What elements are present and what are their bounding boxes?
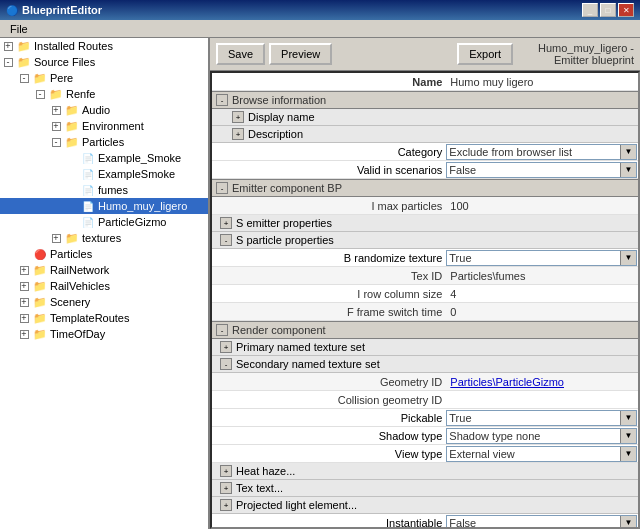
tree-item-pere[interactable]: - 📁 Pere xyxy=(0,70,208,86)
dropdown-arrow-icon[interactable]: ▼ xyxy=(620,411,636,425)
b-randomize-texture-value: True xyxy=(447,252,620,264)
subsection-expand-icon[interactable]: + xyxy=(220,499,232,511)
tree-item-audio[interactable]: + 📁 Audio xyxy=(0,102,208,118)
menu-bar: File xyxy=(0,20,640,38)
subsection-expand-icon[interactable]: + xyxy=(220,217,232,229)
folder-icon: 📁 xyxy=(64,230,80,246)
dropdown-arrow-icon[interactable]: ▼ xyxy=(620,251,636,265)
section-expand-icon[interactable]: - xyxy=(216,94,228,106)
subsection-tex-text[interactable]: + Tex text... xyxy=(212,480,638,497)
tree-item-scenery[interactable]: + 📁 Scenery xyxy=(0,294,208,310)
shadow-type-dropdown[interactable]: Shadow type none ▼ xyxy=(446,428,637,444)
tree-label: Renfe xyxy=(64,88,95,100)
section-emitter-component[interactable]: - Emitter component BP xyxy=(212,179,638,197)
tree-item-particles-file[interactable]: 🔴 Particles xyxy=(0,246,208,262)
instantiable-row: Instantiable False ▼ xyxy=(212,514,638,529)
f-frame-switch-time-value[interactable]: 0 xyxy=(446,306,638,318)
instantiable-dropdown[interactable]: False ▼ xyxy=(446,515,637,530)
minimize-button[interactable]: _ xyxy=(582,3,598,17)
dropdown-arrow-icon[interactable]: ▼ xyxy=(620,429,636,443)
valid-scenarios-dropdown[interactable]: False ▼ xyxy=(446,162,637,178)
subsection-expand-icon[interactable]: + xyxy=(220,482,232,494)
dropdown-arrow-icon[interactable]: ▼ xyxy=(620,163,636,177)
expander[interactable]: + xyxy=(48,102,64,118)
folder-icon: 📁 xyxy=(32,262,48,278)
subsection-projected-light[interactable]: + Projected light element... xyxy=(212,497,638,514)
pickable-dropdown[interactable]: True ▼ xyxy=(446,410,637,426)
folder-icon: 📁 xyxy=(48,86,64,102)
expander[interactable]: + xyxy=(16,262,32,278)
pickable-value: True xyxy=(447,412,620,424)
tree-item-particles-folder[interactable]: - 📁 Particles xyxy=(0,134,208,150)
geometry-id-label: Geometry ID xyxy=(212,376,446,388)
preview-button[interactable]: Preview xyxy=(269,43,332,65)
subsection-expand-icon[interactable]: + xyxy=(232,128,244,140)
tree-item-particle-gizmo[interactable]: 📄 ParticleGizmo xyxy=(0,214,208,230)
export-button[interactable]: Export xyxy=(457,43,513,65)
save-button[interactable]: Save xyxy=(216,43,265,65)
section-expand-icon[interactable]: - xyxy=(216,182,228,194)
subsection-s-emitter[interactable]: + S emitter properties xyxy=(212,215,638,232)
expander[interactable]: + xyxy=(16,278,32,294)
i-row-column-size-value[interactable]: 4 xyxy=(446,288,638,300)
subsection-display-name[interactable]: + Display name xyxy=(212,109,638,126)
expand-icon: - xyxy=(4,58,13,67)
subsection-expand-icon[interactable]: - xyxy=(220,358,232,370)
subsection-s-particle[interactable]: - S particle properties xyxy=(212,232,638,249)
close-button[interactable]: ✕ xyxy=(618,3,634,17)
tree-item-renfe[interactable]: - 📁 Renfe xyxy=(0,86,208,102)
tree-item-template-routes[interactable]: + 📁 TemplateRoutes xyxy=(0,310,208,326)
tree-item-example-smoke2[interactable]: 📄 ExampleSmoke xyxy=(0,166,208,182)
subsection-expand-icon[interactable]: + xyxy=(220,465,232,477)
expander[interactable]: + xyxy=(48,230,64,246)
dropdown-arrow-icon[interactable]: ▼ xyxy=(620,447,636,461)
b-randomize-texture-dropdown[interactable]: True ▼ xyxy=(446,250,637,266)
subsection-secondary-texture[interactable]: - Secondary named texture set xyxy=(212,356,638,373)
subsection-primary-texture[interactable]: + Primary named texture set xyxy=(212,339,638,356)
category-dropdown[interactable]: Exclude from browser list ▼ xyxy=(446,144,637,160)
tree-item-installed-routes[interactable]: + 📁 Installed Routes xyxy=(0,38,208,54)
subsection-label: Secondary named texture set xyxy=(236,358,380,370)
tree-item-textures[interactable]: + 📁 textures xyxy=(0,230,208,246)
dropdown-arrow-icon[interactable]: ▼ xyxy=(620,145,636,159)
shadow-type-label: Shadow type xyxy=(212,430,446,442)
section-render-component[interactable]: - Render component xyxy=(212,321,638,339)
subsection-label: Description xyxy=(248,128,303,140)
expander[interactable]: + xyxy=(48,118,64,134)
expander[interactable]: + xyxy=(16,294,32,310)
tree-item-rail-network[interactable]: + 📁 RailNetwork xyxy=(0,262,208,278)
tree-label: TimeOfDay xyxy=(48,328,105,340)
i-row-column-size-row: I row column size 4 xyxy=(212,285,638,303)
tree-item-rail-vehicles[interactable]: + 📁 RailVehicles xyxy=(0,278,208,294)
expander[interactable]: - xyxy=(32,86,48,102)
menu-file[interactable]: File xyxy=(4,22,34,36)
i-max-particles-value[interactable]: 100 xyxy=(446,200,638,212)
file-icon: 📄 xyxy=(80,166,96,182)
file-icon: 📄 xyxy=(80,150,96,166)
subsection-description[interactable]: + Description xyxy=(212,126,638,143)
tree-item-fumes[interactable]: 📄 fumes xyxy=(0,182,208,198)
folder-icon: 📁 xyxy=(32,326,48,342)
expander[interactable]: + xyxy=(16,310,32,326)
expander[interactable]: + xyxy=(16,326,32,342)
dropdown-arrow-icon[interactable]: ▼ xyxy=(620,516,636,530)
maximize-button[interactable]: □ xyxy=(600,3,616,17)
tex-id-value[interactable]: Particles\fumes xyxy=(446,270,638,282)
expander[interactable]: - xyxy=(0,54,16,70)
subsection-expand-icon[interactable]: + xyxy=(220,341,232,353)
tree-item-source-files[interactable]: - 📁 Source Files xyxy=(0,54,208,70)
subsection-expand-icon[interactable]: - xyxy=(220,234,232,246)
tree-item-example-smoke[interactable]: 📄 Example_Smoke xyxy=(0,150,208,166)
tree-item-humo-muy-ligero[interactable]: 📄 Humo_muy_ligero xyxy=(0,198,208,214)
subsection-expand-icon[interactable]: + xyxy=(232,111,244,123)
tree-item-environment[interactable]: + 📁 Environment xyxy=(0,118,208,134)
section-browse-info[interactable]: - Browse information xyxy=(212,91,638,109)
geometry-id-value[interactable]: Particles\ParticleGizmo xyxy=(446,376,638,388)
view-type-dropdown[interactable]: External view ▼ xyxy=(446,446,637,462)
tree-item-time-of-day[interactable]: + 📁 TimeOfDay xyxy=(0,326,208,342)
expander[interactable]: + xyxy=(0,38,16,54)
section-expand-icon[interactable]: - xyxy=(216,324,228,336)
expander[interactable]: - xyxy=(48,134,64,150)
expander[interactable]: - xyxy=(16,70,32,86)
subsection-heat-haze[interactable]: + Heat haze... xyxy=(212,463,638,480)
